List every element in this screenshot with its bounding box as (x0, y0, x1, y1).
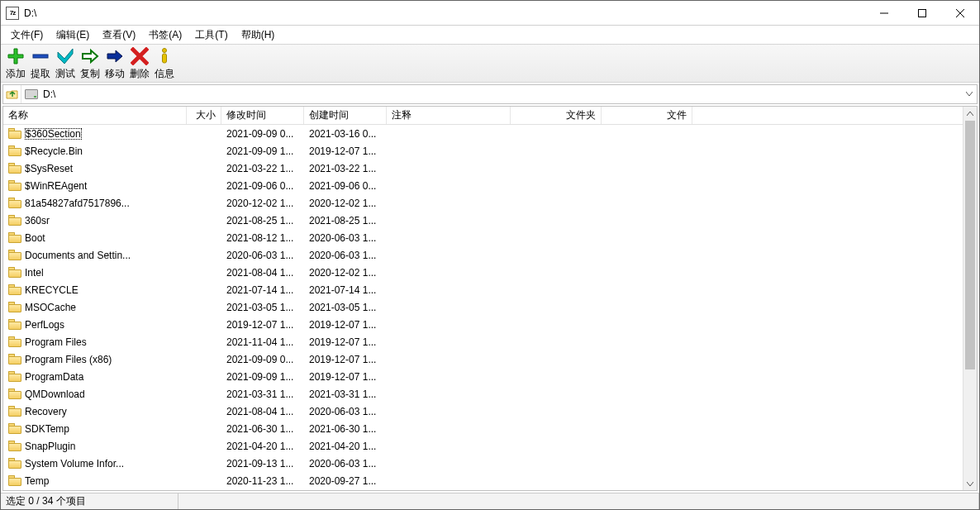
scroll-down-button[interactable] (963, 476, 977, 490)
table-row[interactable]: KRECYCLE2021-07-14 1...2021-07-14 1... (3, 281, 963, 298)
file-name: ProgramData (25, 371, 83, 383)
menu-tools[interactable]: 工具(T) (188, 26, 234, 44)
cell-name: Recovery (3, 406, 187, 417)
minus-icon (31, 46, 50, 66)
cell-modified: 2020-12-02 1... (221, 198, 304, 209)
status-selection: 选定 0 / 34 个项目 (1, 493, 178, 509)
cell-name: $Recycle.Bin (3, 145, 187, 157)
table-row[interactable]: $360Section2021-09-09 0...2021-03-16 0..… (3, 125, 963, 142)
folder-icon (8, 198, 21, 208)
minimize-icon (880, 9, 888, 17)
folder-icon (8, 163, 21, 174)
tb-delete[interactable]: 删除 (128, 46, 151, 80)
cell-name: 360sr (3, 215, 187, 226)
table-row[interactable]: $WinREAgent2021-09-06 0...2021-09-06 0..… (3, 177, 963, 194)
col-modified[interactable]: 修改时间 (221, 107, 304, 124)
scroll-up-button[interactable] (963, 107, 977, 121)
table-row[interactable]: Program Files (x86)2021-09-09 0...2019-1… (3, 350, 963, 368)
cell-name: $WinREAgent (3, 180, 187, 192)
folder-icon (8, 302, 21, 312)
folder-icon (8, 180, 21, 191)
maximize-button[interactable] (903, 1, 941, 26)
table-row[interactable]: 360sr2021-08-25 1...2021-08-25 1... (3, 212, 963, 229)
up-button[interactable] (3, 85, 21, 103)
table-row[interactable]: Temp2020-11-23 1...2020-09-27 1... (3, 472, 963, 489)
col-comment[interactable]: 注释 (387, 107, 511, 124)
table-row[interactable]: Boot2021-08-12 1...2020-06-03 1... (3, 229, 963, 246)
app-window: 7z D:\ 文件(F) 编辑(E) 查看(V) 书签(A) 工具(T) 帮助(… (0, 0, 980, 510)
folder-icon (8, 145, 21, 156)
table-row[interactable]: Intel2021-08-04 1...2020-12-02 1... (3, 264, 963, 281)
address-combo[interactable] (21, 88, 962, 100)
folder-up-icon (6, 88, 19, 101)
vertical-scrollbar[interactable] (963, 107, 977, 490)
table-row[interactable]: ProgramData2021-09-09 1...2019-12-07 1..… (3, 368, 963, 385)
table-row[interactable]: SDKTemp2021-06-30 1...2021-06-30 1... (3, 420, 963, 437)
table-row[interactable]: System Volume Infor...2021-09-13 1...202… (3, 455, 963, 472)
minimize-button[interactable] (865, 1, 903, 26)
menu-file[interactable]: 文件(F) (4, 26, 50, 44)
menu-view[interactable]: 查看(V) (96, 26, 142, 44)
cell-created: 2021-04-20 1... (304, 441, 387, 452)
table-row[interactable]: Documents and Settin...2020-06-03 1...20… (3, 246, 963, 264)
folder-icon (8, 215, 21, 226)
address-input[interactable] (43, 88, 959, 100)
close-button[interactable] (941, 1, 979, 26)
menu-bookmarks[interactable]: 书签(A) (142, 26, 188, 44)
cell-created: 2019-12-07 1... (304, 336, 387, 348)
file-name: 81a54827afd7517896... (25, 198, 130, 209)
col-created[interactable]: 创建时间 (304, 107, 387, 124)
tb-copy[interactable]: 复制 (78, 46, 102, 80)
table-row[interactable]: 81a54827afd7517896...2020-12-02 1...2020… (3, 194, 963, 212)
file-name: $SysReset (25, 163, 73, 174)
status-empty (178, 493, 979, 509)
menu-edit[interactable]: 编辑(E) (50, 26, 96, 44)
cell-modified: 2021-08-12 1... (221, 232, 304, 244)
file-name: Boot (25, 232, 45, 244)
table-row[interactable]: PerfLogs2019-12-07 1...2019-12-07 1... (3, 316, 963, 333)
table-row[interactable]: $SysReset2021-03-22 1...2021-03-22 1... (3, 160, 963, 177)
tb-delete-label: 删除 (130, 67, 150, 80)
file-name: QMDownload (25, 388, 85, 400)
cell-created: 2020-06-03 1... (304, 458, 387, 469)
cell-name: KRECYCLE (3, 284, 187, 296)
col-files[interactable]: 文件 (602, 107, 692, 124)
info-icon (155, 46, 174, 66)
cell-modified: 2021-03-22 1... (221, 163, 304, 174)
folder-icon (8, 388, 21, 399)
table-row[interactable]: QMDownload2021-03-31 1...2021-03-31 1... (3, 385, 963, 403)
file-name: KRECYCLE (25, 284, 78, 296)
plus-icon (6, 46, 26, 66)
folder-icon (8, 336, 21, 347)
tb-test-label: 测试 (55, 67, 75, 80)
folder-icon (8, 354, 21, 365)
tb-move[interactable]: 移动 (103, 46, 126, 80)
tb-add[interactable]: 添加 (4, 46, 27, 80)
file-name: Temp (25, 475, 49, 487)
scroll-track[interactable] (963, 121, 977, 476)
col-size[interactable]: 大小 (187, 107, 221, 124)
table-row[interactable]: $Recycle.Bin2021-09-09 1...2019-12-07 1.… (3, 142, 963, 160)
cell-modified: 2019-12-07 1... (221, 319, 304, 331)
tb-test[interactable]: 测试 (54, 46, 77, 80)
cell-name: $SysReset (3, 163, 187, 174)
col-folders[interactable]: 文件夹 (511, 107, 602, 124)
table-row[interactable]: MSOCache2021-03-05 1...2021-03-05 1... (3, 298, 963, 316)
cell-name: $360Section (3, 128, 187, 140)
cell-name: QMDownload (3, 388, 187, 400)
file-name: MSOCache (25, 302, 76, 313)
cell-modified: 2021-07-14 1... (221, 284, 304, 296)
tb-info[interactable]: 信息 (153, 46, 176, 80)
table-row[interactable]: Program Files2021-11-04 1...2019-12-07 1… (3, 333, 963, 350)
file-list[interactable]: 名称 大小 修改时间 创建时间 注释 文件夹 文件 $360Section202… (3, 107, 963, 490)
address-dropdown-button[interactable] (962, 85, 977, 103)
col-name[interactable]: 名称 (3, 107, 187, 124)
scroll-thumb[interactable] (965, 121, 975, 369)
chevron-down-icon (966, 92, 973, 97)
table-row[interactable]: SnapPlugin2021-04-20 1...2021-04-20 1... (3, 437, 963, 455)
menu-help[interactable]: 帮助(H) (235, 26, 282, 44)
cell-created: 2020-06-03 1... (304, 250, 387, 261)
table-row[interactable]: Recovery2021-08-04 1...2020-06-03 1... (3, 403, 963, 420)
tb-extract[interactable]: 提取 (29, 46, 52, 80)
cell-modified: 2020-06-03 1... (221, 250, 304, 261)
